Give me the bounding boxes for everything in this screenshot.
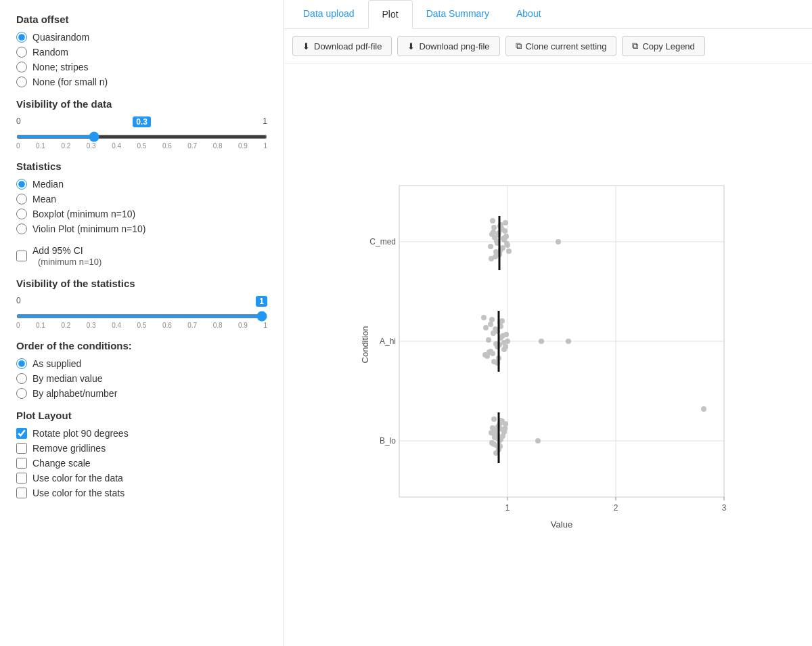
radio-by-median[interactable]: By median value: [16, 373, 267, 384]
svg-point-31: [556, 239, 561, 244]
plot-layout-title: Plot Layout: [16, 410, 267, 421]
svg-point-70: [503, 344, 508, 349]
visibility-data-title: Visibility of the data: [16, 98, 267, 110]
radio-by-alphabet-label: By alphabet/number: [32, 388, 117, 399]
radio-violin-label: Violin Plot (minimum n=10): [32, 223, 145, 234]
download-png-button[interactable]: ⬇ Download png-file: [397, 36, 499, 56]
svg-point-63: [701, 406, 706, 412]
radio-median[interactable]: Median: [16, 179, 267, 190]
visibility-data-slider-container: 0 0.3 1 0 0.1 0.2 0.3 0.4 0.5 0.6 0.7 0.…: [16, 116, 267, 150]
checkbox-color-stats-label: Use color for the stats: [32, 488, 125, 498]
radio-violin[interactable]: Violin Plot (minimum n=10): [16, 223, 267, 234]
order-conditions-title: Order of the conditions:: [16, 340, 267, 351]
svg-point-32: [489, 256, 494, 261]
visibility-data-input[interactable]: [16, 135, 267, 139]
svg-point-62: [566, 339, 571, 344]
clone-icon: ⧉: [516, 41, 522, 51]
svg-point-88: [500, 433, 505, 439]
svg-point-25: [490, 218, 495, 223]
svg-point-30: [500, 245, 505, 251]
svg-point-97: [492, 435, 497, 440]
svg-point-71: [482, 352, 488, 358]
svg-point-69: [491, 330, 496, 336]
checkbox-color-data[interactable]: Use color for the data: [16, 473, 267, 483]
toolbar: ⬇ Download pdf-file ⬇ Download png-file …: [284, 29, 812, 64]
visibility-stats-slider-wrapper: [16, 309, 267, 320]
copy-legend-button[interactable]: ⧉ Copy Legend: [622, 36, 704, 56]
radio-none-small-label: None (for small n): [32, 77, 108, 87]
checkbox-ci95-label: Add 95% CI(minimum n=10): [32, 245, 102, 267]
radio-random[interactable]: Random: [16, 47, 267, 58]
checkbox-rotate[interactable]: Rotate plot 90 degrees: [16, 428, 267, 439]
tab-data-summary[interactable]: Data Summary: [413, 0, 503, 28]
visibility-stats-title: Visibility of the statistics: [16, 278, 267, 289]
slider-data-max: 1: [263, 116, 267, 127]
download-pdf-label: Download pdf-file: [314, 41, 382, 51]
plot-svg: Condition C_med A_hi B_lo 1 2 3 Value: [359, 179, 738, 531]
svg-point-87: [489, 440, 495, 446]
checkbox-change-scale-label: Change scale: [32, 458, 91, 469]
slider-data-ticks: 0 0.1 0.2 0.3 0.4 0.5 0.6 0.7 0.8 0.9 1: [16, 142, 267, 150]
checkbox-color-stats[interactable]: Use color for the stats: [16, 488, 267, 498]
checkbox-change-scale[interactable]: Change scale: [16, 458, 267, 469]
svg-point-100: [489, 430, 494, 435]
radio-mean[interactable]: Mean: [16, 194, 267, 204]
statistics-checkboxes: Add 95% CI(minimum n=10): [16, 245, 267, 267]
statistics-title: Statistics: [16, 160, 267, 172]
tab-data-upload[interactable]: Data upload: [290, 0, 368, 28]
tab-plot[interactable]: Plot: [368, 0, 413, 29]
checkbox-color-data-label: Use color for the data: [32, 473, 123, 483]
svg-point-11: [491, 225, 497, 230]
clone-label: Clone current setting: [526, 41, 607, 51]
y-axis-label: Condition: [360, 326, 370, 364]
radio-as-supplied-label: As supplied: [32, 358, 81, 369]
radio-quasirandom-label: Quasirandom: [32, 32, 89, 43]
svg-point-16: [488, 244, 493, 249]
svg-point-60: [505, 339, 510, 344]
download-png-label: Download png-file: [419, 41, 489, 51]
svg-point-57: [486, 337, 491, 343]
slider-data-min: 0: [16, 116, 21, 127]
x-tick-2: 2: [614, 503, 618, 513]
slider-stats-labels: 0 1: [16, 296, 267, 307]
radio-none-small[interactable]: None (for small n): [16, 77, 267, 87]
tab-about[interactable]: About: [503, 0, 555, 28]
radio-by-alphabet[interactable]: By alphabet/number: [16, 388, 267, 399]
radio-mean-label: Mean: [32, 194, 56, 204]
svg-point-26: [506, 249, 512, 254]
x-axis-label: Value: [551, 519, 572, 530]
plot-container: Condition C_med A_hi B_lo 1 2 3 Value: [359, 179, 738, 531]
svg-point-42: [488, 322, 493, 327]
download-pdf-button[interactable]: ⬇ Download pdf-file: [292, 36, 392, 56]
radio-quasirandom[interactable]: Quasirandom: [16, 32, 267, 43]
tabs-bar: Data upload Plot Data Summary About: [284, 0, 812, 29]
svg-point-38: [503, 220, 508, 225]
slider-data-value: 0.3: [133, 116, 151, 127]
svg-point-37: [492, 235, 497, 240]
plot-area: Condition C_med A_hi B_lo 1 2 3 Value: [284, 64, 812, 646]
clone-button[interactable]: ⧉ Clone current setting: [505, 36, 617, 56]
radio-boxplot-label: Boxplot (minimum n=10): [32, 209, 135, 219]
radio-as-supplied[interactable]: As supplied: [16, 358, 267, 369]
svg-point-40: [491, 230, 496, 235]
radio-boxplot[interactable]: Boxplot (minimum n=10): [16, 209, 267, 219]
radio-none-stripes[interactable]: None; stripes: [16, 62, 267, 72]
checkbox-remove-grid[interactable]: Remove gridlines: [16, 443, 267, 454]
radio-random-label: Random: [32, 47, 68, 58]
data-offset-title: Data offset: [16, 14, 267, 25]
y-label-blo: B_lo: [380, 436, 396, 446]
svg-point-73: [491, 416, 497, 422]
plot-layout-checkboxes: Rotate plot 90 degrees Remove gridlines …: [16, 428, 267, 498]
visibility-stats-input[interactable]: [16, 314, 267, 318]
svg-point-59: [489, 317, 495, 322]
download-png-icon: ⬇: [407, 41, 415, 51]
svg-point-65: [500, 333, 505, 339]
radio-by-median-label: By median value: [32, 373, 103, 384]
checkbox-ci95[interactable]: Add 95% CI(minimum n=10): [16, 245, 267, 267]
slider-data-labels: 0 0.3 1: [16, 116, 267, 127]
copy-legend-label: Copy Legend: [642, 41, 694, 51]
checkbox-rotate-label: Rotate plot 90 degrees: [32, 428, 129, 439]
svg-point-101: [535, 438, 541, 444]
y-label-ahi: A_hi: [380, 337, 396, 346]
copy-legend-icon: ⧉: [632, 41, 638, 51]
